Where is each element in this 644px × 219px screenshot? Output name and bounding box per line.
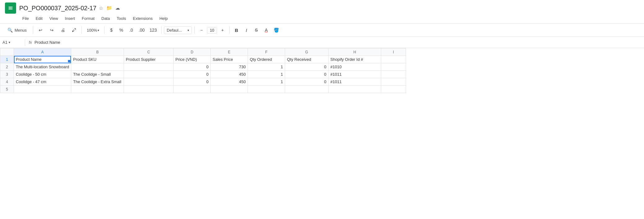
col-header-b[interactable]: B <box>71 48 124 56</box>
cell-d5[interactable] <box>173 86 210 93</box>
svg-rect-2 <box>9 8 13 8</box>
cell-d3[interactable]: 0 <box>173 71 210 78</box>
cell-f4[interactable]: 1 <box>248 78 285 86</box>
menu-insert[interactable]: Insert <box>62 15 78 22</box>
cell-h2[interactable]: #1010 <box>328 63 381 71</box>
cell-g4[interactable]: 0 <box>285 78 328 86</box>
search-menus-button[interactable]: 🔍 Menus <box>4 26 30 34</box>
cell-c4[interactable] <box>124 78 173 86</box>
menu-format[interactable]: Format <box>79 15 98 22</box>
col-header-g[interactable]: G <box>285 48 328 56</box>
col-header-i[interactable]: I <box>381 48 406 56</box>
strikethrough-button[interactable]: S <box>252 25 261 35</box>
paint-format-button[interactable]: 🖍 <box>69 25 79 35</box>
cell-c2[interactable] <box>124 63 173 71</box>
col-header-a[interactable]: A <box>14 48 71 56</box>
col-header-c[interactable]: C <box>124 48 173 56</box>
bold-button[interactable]: B <box>232 25 241 35</box>
cell-b4[interactable]: The Coolidge - Extra Small <box>71 78 124 86</box>
menu-help[interactable]: Help <box>156 15 171 22</box>
menu-edit[interactable]: Edit <box>33 15 46 22</box>
fill-color-button[interactable]: 🪣 <box>272 25 281 35</box>
cell-f5[interactable] <box>248 86 285 93</box>
font-size-minus-button[interactable]: − <box>197 25 206 35</box>
number-format-button[interactable]: 123 <box>148 25 159 35</box>
menu-file[interactable]: File <box>19 15 32 22</box>
cell-h5[interactable] <box>328 86 381 93</box>
cell-i3[interactable] <box>381 71 406 78</box>
col-header-f[interactable]: F <box>248 48 285 56</box>
print-button[interactable]: 🖨 <box>58 25 68 35</box>
decrease-decimal-button[interactable]: .0 <box>127 25 135 35</box>
cell-a3[interactable]: Coolidge - 50 cm <box>14 71 71 78</box>
cell-d1[interactable]: Price (VND) <box>173 56 210 63</box>
cell-h1[interactable]: Shopify Order Id # <box>328 56 381 63</box>
col-header-e[interactable]: E <box>210 48 248 56</box>
column-header-row: A B C D E F G H I <box>0 48 406 56</box>
cell-d4[interactable]: 0 <box>173 78 210 86</box>
increase-decimal-button[interactable]: .00 <box>137 25 146 35</box>
percent-button[interactable]: % <box>117 25 126 35</box>
fx-label: fx <box>29 40 32 45</box>
star-icon[interactable]: ☆ <box>99 5 103 11</box>
cell-g5[interactable] <box>285 86 328 93</box>
cell-b5[interactable] <box>71 86 124 93</box>
cell-e4[interactable]: 450 <box>210 78 248 86</box>
currency-button[interactable]: $ <box>107 25 116 35</box>
font-format-dropdown-icon: ▾ <box>187 29 189 32</box>
cell-d2[interactable]: 0 <box>173 63 210 71</box>
cell-e3[interactable]: 450 <box>210 71 248 78</box>
cell-c3[interactable] <box>124 71 173 78</box>
folder-icon[interactable]: 📁 <box>106 5 112 11</box>
cell-i1[interactable] <box>381 56 406 63</box>
cell-c1[interactable]: Product Supplier <box>124 56 173 63</box>
redo-button[interactable]: ↪ <box>47 25 57 35</box>
app-icon <box>5 2 16 14</box>
italic-button[interactable]: I <box>242 25 251 35</box>
font-size-value: 10 <box>210 28 214 33</box>
cell-a2[interactable]: The Multi-location Snowboard <box>14 63 71 71</box>
cell-g2[interactable]: 0 <box>285 63 328 71</box>
menu-view[interactable]: View <box>46 15 61 22</box>
font-format-selector[interactable]: Defaul... ▾ <box>164 26 192 34</box>
font-size-display[interactable]: 10 <box>207 27 217 34</box>
undo-icon: ↩ <box>39 28 42 33</box>
menu-data[interactable]: Data <box>98 15 113 22</box>
menu-extensions[interactable]: Extensions <box>130 15 156 22</box>
cell-e1[interactable]: Sales Price <box>210 56 248 63</box>
cell-a5[interactable] <box>14 86 71 93</box>
col-header-h[interactable]: H <box>328 48 381 56</box>
cell-i5[interactable] <box>381 86 406 93</box>
font-size-plus-button[interactable]: + <box>218 25 227 35</box>
cell-h4[interactable]: #1011 <box>328 78 381 86</box>
zoom-value: 100% <box>87 28 97 33</box>
cell-e2[interactable]: 730 <box>210 63 248 71</box>
cell-g1[interactable]: Qty Received <box>285 56 328 63</box>
row-num-3: 3 <box>0 71 14 78</box>
undo-button[interactable]: ↩ <box>36 25 46 35</box>
col-header-d[interactable]: D <box>173 48 210 56</box>
table-row: 4 Coolidge - 47 cm The Coolidge - Extra … <box>0 78 406 86</box>
print-icon: 🖨 <box>61 28 65 33</box>
svg-rect-1 <box>9 7 13 7</box>
cell-i2[interactable] <box>381 63 406 71</box>
menu-tools[interactable]: Tools <box>113 15 129 22</box>
cell-reference[interactable]: A1 ▾ <box>2 40 21 45</box>
text-color-button[interactable]: A <box>262 25 271 35</box>
cell-a4[interactable]: Coolidge - 47 cm <box>14 78 71 86</box>
cell-e5[interactable] <box>210 86 248 93</box>
cell-g3[interactable]: 0 <box>285 71 328 78</box>
cell-a1[interactable]: Product Name <box>14 56 71 63</box>
decrease-decimal-label: .0 <box>129 28 133 33</box>
cell-c5[interactable] <box>124 86 173 93</box>
formula-bar: A1 ▾ fx Product Name <box>0 37 644 48</box>
cell-f2[interactable]: 1 <box>248 63 285 71</box>
cell-f1[interactable]: Qty Ordered <box>248 56 285 63</box>
cell-b3[interactable]: The Coolidge - Small <box>71 71 124 78</box>
cell-b2[interactable] <box>71 63 124 71</box>
cell-i4[interactable] <box>381 78 406 86</box>
cell-f3[interactable]: 1 <box>248 71 285 78</box>
cell-h3[interactable]: #1011 <box>328 71 381 78</box>
cell-b1[interactable]: Product SKU <box>71 56 124 63</box>
zoom-selector[interactable]: 100% ▾ <box>84 27 102 34</box>
